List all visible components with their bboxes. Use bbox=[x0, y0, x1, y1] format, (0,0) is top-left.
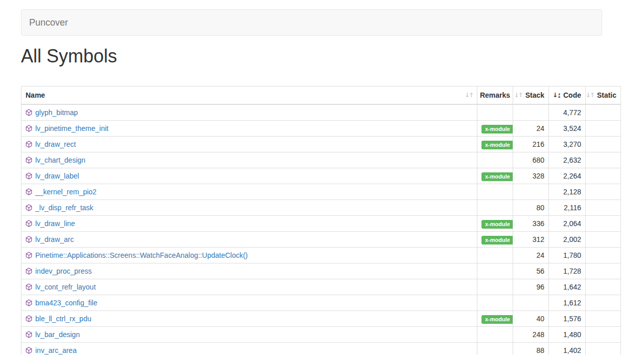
symbol-cube-icon bbox=[26, 236, 32, 243]
static-cell bbox=[586, 247, 621, 263]
symbol-link[interactable]: inv_arc_area bbox=[35, 346, 77, 354]
symbol-cube-icon bbox=[26, 268, 32, 275]
symbol-cube-icon bbox=[26, 331, 32, 338]
symbol-name-cell: lv_draw_rect bbox=[21, 136, 477, 152]
static-cell bbox=[586, 104, 621, 121]
symbol-link[interactable]: lv_draw_label bbox=[35, 172, 79, 180]
symbol-link[interactable]: ble_ll_ctrl_rx_pdu bbox=[35, 315, 91, 323]
symbol-link[interactable]: indev_proc_press bbox=[35, 267, 92, 275]
x-module-badge: x-module bbox=[481, 236, 513, 245]
stack-cell: 96 bbox=[513, 279, 549, 295]
symbol-link[interactable]: lv_draw_line bbox=[35, 219, 75, 228]
symbol-link[interactable]: Pinetime::Applications::Screens::WatchFa… bbox=[35, 251, 248, 259]
symbol-cube-icon bbox=[26, 188, 32, 195]
symbol-cube-icon bbox=[26, 157, 32, 164]
column-label-code: Code bbox=[563, 90, 581, 100]
table-row: _lv_disp_refr_task802,116 bbox=[21, 199, 621, 215]
table-header-row: Name↓↑Remarks↓↑Stack↓zaCode↓↑Static bbox=[21, 86, 621, 104]
remarks-cell: x-module bbox=[477, 136, 513, 152]
symbol-cube-icon bbox=[26, 141, 32, 148]
code-cell: 3,270 bbox=[549, 136, 586, 152]
static-cell bbox=[586, 295, 621, 310]
symbol-link[interactable]: __kernel_rem_pio2 bbox=[35, 188, 97, 196]
symbol-cube-icon bbox=[26, 283, 32, 291]
symbol-cube-icon bbox=[26, 347, 32, 354]
code-cell: 2,264 bbox=[549, 168, 586, 184]
code-cell: 2,128 bbox=[549, 184, 586, 199]
remarks-cell bbox=[477, 199, 513, 215]
symbol-link[interactable]: bma423_config_file bbox=[35, 299, 97, 307]
column-label-name: Name bbox=[26, 90, 45, 100]
table-row: inv_arc_area881,402 bbox=[21, 342, 621, 355]
static-cell bbox=[586, 136, 621, 152]
remarks-cell: x-module bbox=[477, 310, 513, 326]
table-row: lv_draw_linex-module3362,064 bbox=[21, 215, 621, 231]
table-row: lv_draw_labelx-module3282,264 bbox=[21, 168, 621, 184]
column-header-name[interactable]: Name↓↑ bbox=[21, 86, 477, 104]
code-cell: 2,002 bbox=[549, 231, 586, 247]
symbol-link[interactable]: _lv_disp_refr_task bbox=[35, 204, 94, 212]
table-row: lv_draw_rectx-module2163,270 bbox=[21, 136, 621, 152]
symbol-name-cell: __kernel_rem_pio2 bbox=[21, 184, 477, 199]
static-cell bbox=[586, 152, 621, 168]
static-cell bbox=[586, 263, 621, 279]
column-header-stack[interactable]: ↓↑Stack bbox=[513, 86, 549, 104]
remarks-cell bbox=[477, 295, 513, 310]
table-row: ble_ll_ctrl_rx_pdux-module401,576 bbox=[21, 310, 621, 326]
remarks-cell bbox=[477, 247, 513, 263]
table-row: lv_chart_design6802,632 bbox=[21, 152, 621, 168]
symbol-link[interactable]: lv_draw_arc bbox=[35, 235, 74, 243]
symbol-name-cell: ble_ll_ctrl_rx_pdu bbox=[21, 310, 477, 326]
column-header-static[interactable]: ↓↑Static bbox=[586, 86, 621, 104]
symbol-link[interactable]: lv_cont_refr_layout bbox=[35, 283, 96, 291]
symbol-name-cell: lv_draw_label bbox=[21, 168, 477, 184]
code-cell: 2,632 bbox=[549, 152, 586, 168]
symbol-link[interactable]: glyph_bitmap bbox=[35, 108, 78, 117]
symbol-name-cell: Pinetime::Applications::Screens::WatchFa… bbox=[21, 247, 477, 263]
navbar-brand-link[interactable]: Puncover bbox=[21, 10, 76, 35]
remarks-cell: x-module bbox=[477, 120, 513, 136]
stack-cell: 24 bbox=[513, 120, 549, 136]
symbols-table: Name↓↑Remarks↓↑Stack↓zaCode↓↑Static glyp… bbox=[21, 86, 621, 355]
static-cell bbox=[586, 342, 621, 355]
static-cell bbox=[586, 310, 621, 326]
static-cell bbox=[586, 199, 621, 215]
code-cell: 1,642 bbox=[549, 279, 586, 295]
symbol-name-cell: lv_draw_line bbox=[21, 215, 477, 231]
stack-cell: 216 bbox=[513, 136, 549, 152]
stack-cell: 88 bbox=[513, 342, 549, 355]
sort-unsorted-icon: ↓↑ bbox=[514, 92, 522, 98]
page-container: Puncover All Symbols Name↓↑Remarks↓↑Stac… bbox=[0, 0, 644, 355]
table-row: lv_draw_arcx-module3122,002 bbox=[21, 231, 621, 247]
symbol-name-cell: lv_chart_design bbox=[21, 152, 477, 168]
symbol-cube-icon bbox=[26, 220, 32, 227]
symbol-link[interactable]: lv_pinetime_theme_init bbox=[35, 124, 108, 132]
code-cell: 2,116 bbox=[549, 199, 586, 215]
symbol-name-cell: lv_bar_design bbox=[21, 326, 477, 342]
code-cell: 4,772 bbox=[549, 104, 586, 121]
code-cell: 3,524 bbox=[549, 120, 586, 136]
symbol-cube-icon bbox=[26, 252, 32, 259]
navbar: Puncover bbox=[21, 9, 602, 36]
x-module-badge: x-module bbox=[481, 172, 513, 181]
static-cell bbox=[586, 326, 621, 342]
table-row: glyph_bitmap4,772 bbox=[21, 104, 621, 121]
table-row: Pinetime::Applications::Screens::WatchFa… bbox=[21, 247, 621, 263]
symbol-link[interactable]: lv_bar_design bbox=[35, 330, 80, 339]
code-cell: 1,780 bbox=[549, 247, 586, 263]
column-header-code[interactable]: ↓zaCode bbox=[549, 86, 586, 104]
column-label-static: Static bbox=[597, 90, 616, 100]
symbol-link[interactable]: lv_chart_design bbox=[35, 156, 85, 164]
sort-unsorted-icon: ↓↑ bbox=[586, 92, 594, 98]
symbol-name-cell: lv_draw_arc bbox=[21, 231, 477, 247]
symbol-name-cell: _lv_disp_refr_task bbox=[21, 199, 477, 215]
remarks-cell bbox=[477, 263, 513, 279]
symbol-link[interactable]: lv_draw_rect bbox=[35, 140, 76, 148]
static-cell bbox=[586, 279, 621, 295]
static-cell bbox=[586, 184, 621, 199]
table-row: bma423_config_file1,612 bbox=[21, 295, 621, 310]
column-header-remarks[interactable]: Remarks bbox=[477, 86, 513, 104]
column-label-remarks: Remarks bbox=[480, 90, 510, 100]
symbol-cube-icon bbox=[26, 204, 32, 211]
symbol-cube-icon bbox=[26, 315, 32, 322]
